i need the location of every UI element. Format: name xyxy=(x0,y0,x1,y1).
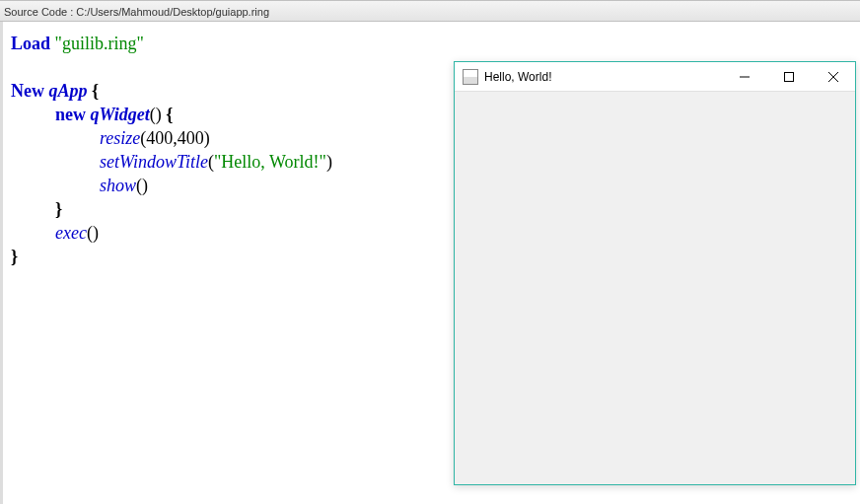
paren-close: ) xyxy=(326,152,332,172)
titlebar[interactable]: Hello, World! xyxy=(455,62,855,92)
minimize-icon xyxy=(740,72,750,82)
window-title: Hello, World! xyxy=(484,70,722,84)
class-qapp: qApp xyxy=(49,81,88,101)
args: () xyxy=(87,223,99,243)
keyword-load: Load xyxy=(11,34,50,53)
brace-open: { xyxy=(92,81,99,101)
brace-close: } xyxy=(55,199,62,219)
app-window: Hello, World! xyxy=(454,61,856,485)
svg-rect-1 xyxy=(784,73,793,82)
minimize-button[interactable] xyxy=(722,62,766,92)
client-area xyxy=(455,92,855,484)
args: (400,400) xyxy=(140,128,210,148)
close-button[interactable] xyxy=(811,62,855,92)
brace-open: { xyxy=(166,105,173,124)
method-show: show xyxy=(100,176,136,195)
method-setwindowtitle: setWindowTitle xyxy=(100,152,208,172)
class-qwidget: qWidget xyxy=(91,105,150,124)
source-tab[interactable]: Source Code : C:/Users/Mahmoud/Desktop/g… xyxy=(0,0,860,22)
code-line: Load "guilib.ring" xyxy=(11,32,852,55)
brace-close: } xyxy=(11,247,18,266)
close-icon xyxy=(828,72,838,82)
method-resize: resize xyxy=(100,128,140,148)
method-exec: exec xyxy=(55,223,87,243)
maximize-button[interactable] xyxy=(766,62,811,92)
string-literal: "Hello, World!" xyxy=(214,152,326,172)
keyword-new: New xyxy=(11,81,44,101)
window-controls xyxy=(722,62,855,91)
string-literal: "guilib.ring" xyxy=(55,34,144,53)
maximize-icon xyxy=(784,72,794,82)
app-icon xyxy=(463,69,478,85)
source-tab-label: Source Code : C:/Users/Mahmoud/Desktop/g… xyxy=(4,6,269,18)
paren: () xyxy=(150,105,162,124)
keyword-new: new xyxy=(55,105,86,124)
args: () xyxy=(136,176,148,195)
